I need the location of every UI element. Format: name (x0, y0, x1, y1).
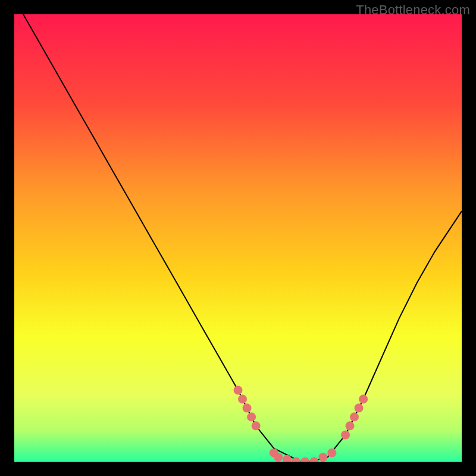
curve-marker (327, 449, 336, 458)
curve-marker (355, 403, 364, 412)
curve-marker (238, 394, 247, 403)
curve-marker (341, 430, 350, 439)
curve-marker (274, 453, 283, 462)
curve-marker (318, 453, 327, 462)
watermark-text: TheBottleneck.com (356, 2, 470, 18)
curve-marker (247, 412, 256, 421)
curve-marker (243, 403, 252, 412)
curve-marker (359, 394, 368, 403)
curve-marker (252, 421, 261, 430)
curve-marker (350, 412, 359, 421)
curve-marker (346, 421, 355, 430)
curve-marker (234, 386, 243, 394)
chart-frame (14, 14, 462, 462)
bottleneck-chart (14, 14, 462, 462)
